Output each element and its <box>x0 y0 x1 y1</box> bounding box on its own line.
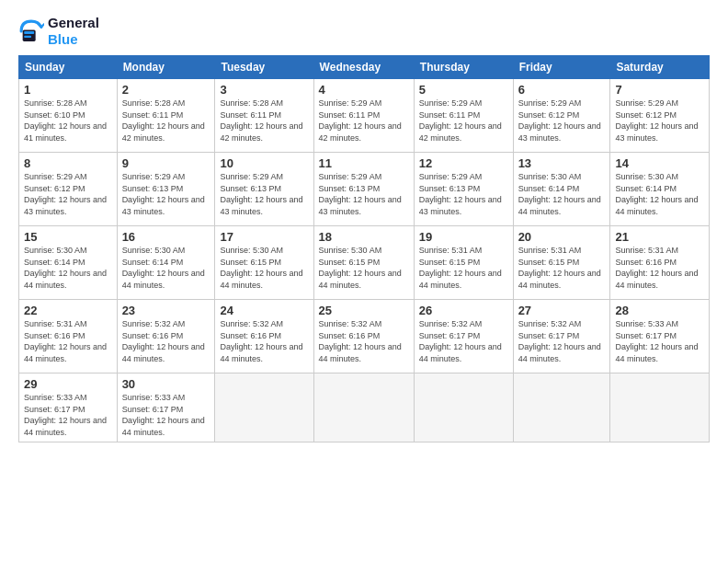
col-tuesday: Tuesday <box>215 56 313 79</box>
calendar-cell: 23Sunrise: 5:32 AMSunset: 6:16 PMDayligh… <box>117 300 215 373</box>
day-number: 6 <box>518 83 606 97</box>
calendar-cell: 22Sunrise: 5:31 AMSunset: 6:16 PMDayligh… <box>19 300 118 373</box>
day-number: 9 <box>122 156 210 170</box>
col-monday: Monday <box>117 56 215 79</box>
day-number: 12 <box>419 156 508 170</box>
calendar-cell: 7Sunrise: 5:29 AMSunset: 6:12 PMDaylight… <box>610 79 710 153</box>
day-number: 8 <box>24 156 112 170</box>
calendar-cell: 3Sunrise: 5:28 AMSunset: 6:11 PMDaylight… <box>215 79 313 153</box>
calendar-cell <box>414 373 513 442</box>
calendar-header-row: Sunday Monday Tuesday Wednesday Thursday… <box>19 56 710 79</box>
col-wednesday: Wednesday <box>313 56 414 79</box>
day-number: 3 <box>220 83 308 97</box>
calendar: Sunday Monday Tuesday Wednesday Thursday… <box>18 55 710 442</box>
day-info: Sunrise: 5:31 AMSunset: 6:15 PMDaylight:… <box>518 245 606 291</box>
svg-rect-2 <box>24 36 31 38</box>
day-info: Sunrise: 5:29 AMSunset: 6:12 PMDaylight:… <box>518 98 606 144</box>
day-number: 16 <box>122 230 210 244</box>
calendar-row: 29Sunrise: 5:33 AMSunset: 6:17 PMDayligh… <box>19 373 710 442</box>
col-sunday: Sunday <box>19 56 118 79</box>
day-info: Sunrise: 5:29 AMSunset: 6:11 PMDaylight:… <box>319 98 409 144</box>
calendar-cell: 8Sunrise: 5:29 AMSunset: 6:12 PMDaylight… <box>19 153 118 226</box>
day-info: Sunrise: 5:29 AMSunset: 6:13 PMDaylight:… <box>220 171 308 217</box>
day-number: 23 <box>122 304 210 317</box>
calendar-cell: 24Sunrise: 5:32 AMSunset: 6:16 PMDayligh… <box>215 300 313 373</box>
day-info: Sunrise: 5:28 AMSunset: 6:11 PMDaylight:… <box>122 98 210 144</box>
day-number: 13 <box>518 156 606 170</box>
day-info: Sunrise: 5:29 AMSunset: 6:12 PMDaylight:… <box>24 171 112 217</box>
day-number: 19 <box>419 230 508 244</box>
day-number: 17 <box>220 230 308 244</box>
calendar-row: 1Sunrise: 5:28 AMSunset: 6:10 PMDaylight… <box>19 79 710 153</box>
calendar-cell: 12Sunrise: 5:29 AMSunset: 6:13 PMDayligh… <box>414 153 513 226</box>
day-info: Sunrise: 5:30 AMSunset: 6:14 PMDaylight:… <box>24 245 112 291</box>
calendar-cell: 4Sunrise: 5:29 AMSunset: 6:11 PMDaylight… <box>313 79 414 153</box>
calendar-row: 8Sunrise: 5:29 AMSunset: 6:12 PMDaylight… <box>19 153 710 226</box>
day-number: 24 <box>220 304 308 317</box>
calendar-cell: 11Sunrise: 5:29 AMSunset: 6:13 PMDayligh… <box>313 153 414 226</box>
calendar-cell: 16Sunrise: 5:30 AMSunset: 6:14 PMDayligh… <box>117 226 215 300</box>
day-number: 11 <box>319 156 409 170</box>
day-info: Sunrise: 5:30 AMSunset: 6:14 PMDaylight:… <box>615 171 704 217</box>
page: General Blue Sunday Monday Tuesday Wedne… <box>0 0 728 563</box>
day-info: Sunrise: 5:32 AMSunset: 6:17 PMDaylight:… <box>419 318 508 364</box>
day-info: Sunrise: 5:32 AMSunset: 6:16 PMDaylight:… <box>220 318 308 364</box>
calendar-cell: 25Sunrise: 5:32 AMSunset: 6:16 PMDayligh… <box>313 300 414 373</box>
day-info: Sunrise: 5:33 AMSunset: 6:17 PMDaylight:… <box>122 392 210 438</box>
day-number: 21 <box>615 230 704 244</box>
day-number: 20 <box>518 230 606 244</box>
logo-icon <box>18 18 44 44</box>
day-info: Sunrise: 5:31 AMSunset: 6:16 PMDaylight:… <box>24 318 112 364</box>
day-number: 18 <box>319 230 409 244</box>
day-info: Sunrise: 5:30 AMSunset: 6:15 PMDaylight:… <box>319 245 409 291</box>
day-info: Sunrise: 5:32 AMSunset: 6:16 PMDaylight:… <box>319 318 409 364</box>
day-info: Sunrise: 5:30 AMSunset: 6:14 PMDaylight:… <box>518 171 606 217</box>
day-info: Sunrise: 5:31 AMSunset: 6:16 PMDaylight:… <box>615 245 704 291</box>
day-info: Sunrise: 5:30 AMSunset: 6:15 PMDaylight:… <box>220 245 308 291</box>
day-info: Sunrise: 5:28 AMSunset: 6:11 PMDaylight:… <box>220 98 308 144</box>
day-number: 10 <box>220 156 308 170</box>
calendar-cell: 27Sunrise: 5:32 AMSunset: 6:17 PMDayligh… <box>513 300 610 373</box>
calendar-cell: 19Sunrise: 5:31 AMSunset: 6:15 PMDayligh… <box>414 226 513 300</box>
calendar-cell: 6Sunrise: 5:29 AMSunset: 6:12 PMDaylight… <box>513 79 610 153</box>
col-thursday: Thursday <box>414 56 513 79</box>
day-info: Sunrise: 5:33 AMSunset: 6:17 PMDaylight:… <box>24 392 112 438</box>
calendar-cell: 2Sunrise: 5:28 AMSunset: 6:11 PMDaylight… <box>117 79 215 153</box>
calendar-cell: 15Sunrise: 5:30 AMSunset: 6:14 PMDayligh… <box>19 226 118 300</box>
calendar-cell <box>313 373 414 442</box>
calendar-cell: 26Sunrise: 5:32 AMSunset: 6:17 PMDayligh… <box>414 300 513 373</box>
calendar-cell <box>513 373 610 442</box>
day-info: Sunrise: 5:31 AMSunset: 6:15 PMDaylight:… <box>419 245 508 291</box>
calendar-cell: 9Sunrise: 5:29 AMSunset: 6:13 PMDaylight… <box>117 153 215 226</box>
calendar-row: 15Sunrise: 5:30 AMSunset: 6:14 PMDayligh… <box>19 226 710 300</box>
day-number: 25 <box>319 304 409 317</box>
day-number: 29 <box>24 377 112 391</box>
calendar-cell: 28Sunrise: 5:33 AMSunset: 6:17 PMDayligh… <box>610 300 710 373</box>
calendar-cell: 14Sunrise: 5:30 AMSunset: 6:14 PMDayligh… <box>610 153 710 226</box>
header: General Blue <box>18 15 710 48</box>
day-number: 1 <box>24 83 112 97</box>
day-number: 14 <box>615 156 704 170</box>
col-saturday: Saturday <box>610 56 710 79</box>
calendar-cell: 21Sunrise: 5:31 AMSunset: 6:16 PMDayligh… <box>610 226 710 300</box>
day-info: Sunrise: 5:32 AMSunset: 6:16 PMDaylight:… <box>122 318 210 364</box>
day-number: 7 <box>615 83 704 97</box>
day-number: 4 <box>319 83 409 97</box>
day-info: Sunrise: 5:32 AMSunset: 6:17 PMDaylight:… <box>518 318 606 364</box>
calendar-cell: 10Sunrise: 5:29 AMSunset: 6:13 PMDayligh… <box>215 153 313 226</box>
calendar-row: 22Sunrise: 5:31 AMSunset: 6:16 PMDayligh… <box>19 300 710 373</box>
logo-text: General Blue <box>48 15 99 48</box>
calendar-cell: 5Sunrise: 5:29 AMSunset: 6:11 PMDaylight… <box>414 79 513 153</box>
calendar-cell: 17Sunrise: 5:30 AMSunset: 6:15 PMDayligh… <box>215 226 313 300</box>
day-number: 26 <box>419 304 508 317</box>
day-info: Sunrise: 5:30 AMSunset: 6:14 PMDaylight:… <box>122 245 210 291</box>
day-info: Sunrise: 5:29 AMSunset: 6:13 PMDaylight:… <box>122 171 210 217</box>
col-friday: Friday <box>513 56 610 79</box>
day-info: Sunrise: 5:29 AMSunset: 6:13 PMDaylight:… <box>319 171 409 217</box>
calendar-cell <box>215 373 313 442</box>
day-info: Sunrise: 5:29 AMSunset: 6:12 PMDaylight:… <box>615 98 704 144</box>
day-info: Sunrise: 5:33 AMSunset: 6:17 PMDaylight:… <box>615 318 704 364</box>
calendar-cell: 18Sunrise: 5:30 AMSunset: 6:15 PMDayligh… <box>313 226 414 300</box>
calendar-cell: 29Sunrise: 5:33 AMSunset: 6:17 PMDayligh… <box>19 373 118 442</box>
day-number: 27 <box>518 304 606 317</box>
